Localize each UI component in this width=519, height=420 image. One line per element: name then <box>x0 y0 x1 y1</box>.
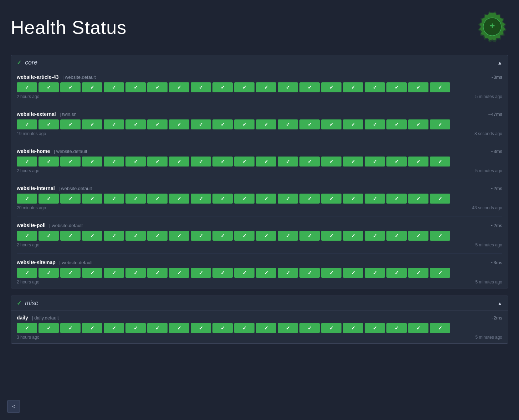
check-badge: ✓ <box>147 323 168 333</box>
monitor-title: website-external | twin.sh <box>17 111 77 117</box>
check-badge: ✓ <box>212 323 233 333</box>
check-badge: ✓ <box>38 194 59 204</box>
check-badge: ✓ <box>60 119 81 129</box>
check-badge: ✓ <box>278 194 298 204</box>
check-badge: ✓ <box>212 194 233 204</box>
section-header-core[interactable]: ✓ core ▲ <box>11 55 508 70</box>
time-end: 5 minutes ago <box>476 242 502 247</box>
check-badge: ✓ <box>125 194 146 204</box>
check-badge: ✓ <box>386 231 407 241</box>
check-badge: ✓ <box>408 268 428 278</box>
check-badge: ✓ <box>234 323 255 333</box>
check-badge: ✓ <box>256 82 276 92</box>
check-badge: ✓ <box>147 268 168 278</box>
section-core: ✓ core ▲ website-article-43 | website.de… <box>11 55 508 288</box>
checks-row: ✓✓✓✓✓✓✓✓✓✓✓✓✓✓✓✓✓✓✓✓ <box>17 323 502 333</box>
check-badge: ✓ <box>278 231 298 241</box>
check-badge: ✓ <box>191 194 211 204</box>
section-collapse-arrow[interactable]: ▲ <box>497 60 502 66</box>
time-row: 20 minutes ago 43 seconds ago <box>17 205 502 210</box>
monitor-latency: ~3ms <box>491 75 502 80</box>
collapse-button[interactable]: < <box>7 400 20 413</box>
check-badge: ✓ <box>169 157 189 167</box>
check-badge: ✓ <box>321 323 341 333</box>
monitor-header: website-internal | website.default ~2ms <box>17 185 502 191</box>
check-badge: ✓ <box>430 268 450 278</box>
check-badge: ✓ <box>256 268 276 278</box>
check-badge: ✓ <box>169 119 189 129</box>
check-badge: ✓ <box>147 194 168 204</box>
check-badge: ✓ <box>278 119 298 129</box>
check-badge: ✓ <box>38 82 59 92</box>
monitor-name: website-poll <box>17 222 46 228</box>
check-badge: ✓ <box>321 157 341 167</box>
check-badge: ✓ <box>169 231 189 241</box>
check-badge: ✓ <box>38 268 59 278</box>
check-badge: ✓ <box>104 231 124 241</box>
check-badge: ✓ <box>299 268 320 278</box>
time-end: 5 minutes ago <box>476 94 502 99</box>
time-start: 2 hours ago <box>17 94 39 99</box>
page-title: Health Status <box>11 17 127 38</box>
page-header: Health Status + <box>11 7 508 48</box>
section-header-misc[interactable]: ✓ misc ▲ <box>11 296 508 311</box>
check-badge: ✓ <box>256 157 276 167</box>
monitor-latency: ~47ms <box>488 112 502 117</box>
time-row: 3 hours ago 5 minutes ago <box>17 335 502 340</box>
monitor-title: website-poll | website.default <box>17 222 83 229</box>
section-collapse-arrow[interactable]: ▲ <box>497 301 502 306</box>
monitor-name: website-article-43 <box>17 74 59 80</box>
time-start: 2 hours ago <box>17 280 39 285</box>
check-badge: ✓ <box>17 82 37 92</box>
check-badge: ✓ <box>82 119 102 129</box>
check-badge: ✓ <box>60 82 81 92</box>
monitor-latency: ~2ms <box>491 223 502 228</box>
check-badge: ✓ <box>256 323 276 333</box>
check-badge: ✓ <box>365 268 385 278</box>
time-end: 43 seconds ago <box>472 205 502 210</box>
check-badge: ✓ <box>278 268 298 278</box>
sections-container: ✓ core ▲ website-article-43 | website.de… <box>11 55 508 344</box>
monitor-title: website-internal | website.default <box>17 185 92 191</box>
section-body-misc: daily | daily.default ~2ms ✓✓✓✓✓✓✓✓✓✓✓✓✓… <box>11 311 508 343</box>
check-badge: ✓ <box>321 119 341 129</box>
monitor-latency: ~2ms <box>491 186 502 191</box>
check-badge: ✓ <box>365 194 385 204</box>
check-badge: ✓ <box>212 268 233 278</box>
check-badge: ✓ <box>299 194 320 204</box>
checks-row: ✓✓✓✓✓✓✓✓✓✓✓✓✓✓✓✓✓✓✓✓ <box>17 231 502 241</box>
check-badge: ✓ <box>234 194 255 204</box>
check-badge: ✓ <box>278 82 298 92</box>
check-badge: ✓ <box>60 323 81 333</box>
check-badge: ✓ <box>38 323 59 333</box>
check-badge: ✓ <box>169 268 189 278</box>
check-badge: ✓ <box>408 119 428 129</box>
check-badge: ✓ <box>386 268 407 278</box>
check-badge: ✓ <box>125 157 146 167</box>
check-badge: ✓ <box>278 323 298 333</box>
monitor-header: website-article-43 | website.default ~3m… <box>17 74 502 80</box>
monitor-header: daily | daily.default ~2ms <box>17 314 502 321</box>
monitor-source: | website.default <box>49 223 83 228</box>
monitor-item: website-home | website.default ~3ms ✓✓✓✓… <box>17 148 502 179</box>
monitor-item: website-external | twin.sh ~47ms ✓✓✓✓✓✓✓… <box>17 111 502 142</box>
time-row: 2 hours ago 5 minutes ago <box>17 94 502 99</box>
check-badge: ✓ <box>212 231 233 241</box>
check-badge: ✓ <box>125 231 146 241</box>
check-badge: ✓ <box>234 119 255 129</box>
checks-row: ✓✓✓✓✓✓✓✓✓✓✓✓✓✓✓✓✓✓✓✓ <box>17 157 502 167</box>
check-badge: ✓ <box>38 231 59 241</box>
monitor-item: daily | daily.default ~2ms ✓✓✓✓✓✓✓✓✓✓✓✓✓… <box>17 314 502 340</box>
monitor-name: website-internal <box>17 185 55 191</box>
check-badge: ✓ <box>82 157 102 167</box>
check-badge: ✓ <box>430 323 450 333</box>
check-badge: ✓ <box>365 231 385 241</box>
check-badge: ✓ <box>386 157 407 167</box>
check-badge: ✓ <box>430 231 450 241</box>
monitor-name: website-home <box>17 148 50 154</box>
check-badge: ✓ <box>191 231 211 241</box>
checks-row: ✓✓✓✓✓✓✓✓✓✓✓✓✓✓✓✓✓✓✓✓ <box>17 82 502 92</box>
monitor-header: website-external | twin.sh ~47ms <box>17 111 502 117</box>
checks-row: ✓✓✓✓✓✓✓✓✓✓✓✓✓✓✓✓✓✓✓✓ <box>17 119 502 129</box>
check-badge: ✓ <box>234 231 255 241</box>
